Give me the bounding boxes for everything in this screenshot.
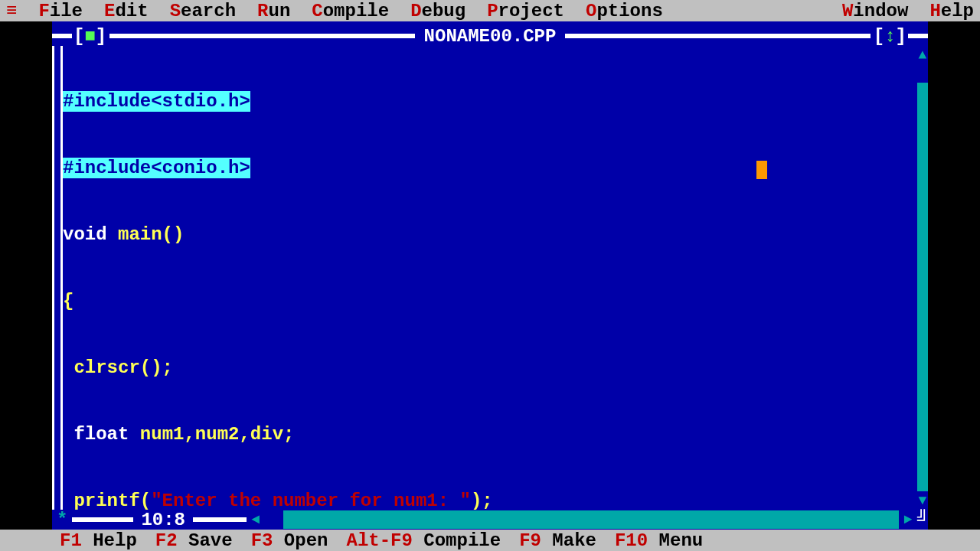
- code-line: clrscr();: [63, 357, 917, 379]
- scroll-up-icon[interactable]: ▲: [917, 46, 928, 64]
- code-line: float num1,num2,div;: [63, 423, 917, 445]
- menu-search[interactable]: Search: [170, 1, 236, 21]
- status-open[interactable]: F3 Open: [251, 530, 328, 551]
- status-compile[interactable]: Alt-F9 Compile: [346, 530, 501, 551]
- menu-options[interactable]: Options: [586, 1, 663, 21]
- system-menu-icon[interactable]: ≡: [6, 1, 17, 21]
- code-line: void main(): [63, 223, 917, 246]
- cursor-position: 10:8: [133, 510, 193, 530]
- window-title-bar[interactable]: [■] NONAME00.CPP [↕]: [52, 26, 928, 46]
- menu-bar: ≡ File Edit Search Run Compile Debug Pro…: [0, 0, 980, 21]
- scroll-thumb[interactable]: [917, 64, 928, 83]
- window-border-left: [52, 46, 63, 510]
- horizontal-scrollbar[interactable]: ◄ ►: [247, 510, 917, 529]
- menu-help[interactable]: Help: [929, 1, 974, 21]
- editor-window: [■] NONAME00.CPP [↕] #include<stdio.h> #…: [52, 21, 928, 530]
- status-help[interactable]: F1 Help: [60, 530, 137, 551]
- scroll-thumb[interactable]: [265, 510, 283, 529]
- menu-window[interactable]: Window: [842, 1, 908, 21]
- vertical-scrollbar[interactable]: ▲ ▼: [917, 46, 928, 510]
- resize-corner-icon[interactable]: ╝: [917, 510, 928, 530]
- code-line: #include<conio.h>: [63, 158, 250, 178]
- menu-debug[interactable]: Debug: [410, 1, 466, 21]
- modified-indicator: *: [52, 510, 72, 530]
- status-make[interactable]: F9 Make: [519, 530, 596, 551]
- code-line: {: [63, 290, 917, 312]
- menu-project[interactable]: Project: [487, 1, 564, 21]
- code-line: #include<stdio.h>: [63, 91, 250, 112]
- zoom-icon[interactable]: [↕]: [872, 26, 908, 46]
- window-title: NONAME00.CPP: [416, 26, 564, 46]
- scroll-left-icon[interactable]: ◄: [247, 510, 265, 529]
- menu-run[interactable]: Run: [257, 1, 290, 21]
- code-line: printf("Enter the number for num1: ");: [63, 490, 917, 510]
- menu-file[interactable]: File: [38, 1, 83, 21]
- status-menu[interactable]: F10 Menu: [615, 530, 703, 551]
- scroll-right-icon[interactable]: ►: [899, 510, 917, 529]
- status-bar: F1 Help F2 Save F3 Open Alt-F9 Compile F…: [0, 530, 980, 551]
- scroll-down-icon[interactable]: ▼: [917, 491, 928, 510]
- menu-edit[interactable]: Edit: [104, 1, 149, 21]
- text-cursor: [756, 161, 767, 179]
- status-save[interactable]: F2 Save: [155, 530, 233, 551]
- code-editor[interactable]: #include<stdio.h> #include<conio.h> void…: [63, 46, 917, 510]
- close-icon[interactable]: [■]: [72, 26, 108, 46]
- window-border-bottom: * 10:8 ◄ ► ╝: [52, 510, 928, 530]
- menu-compile[interactable]: Compile: [312, 1, 389, 21]
